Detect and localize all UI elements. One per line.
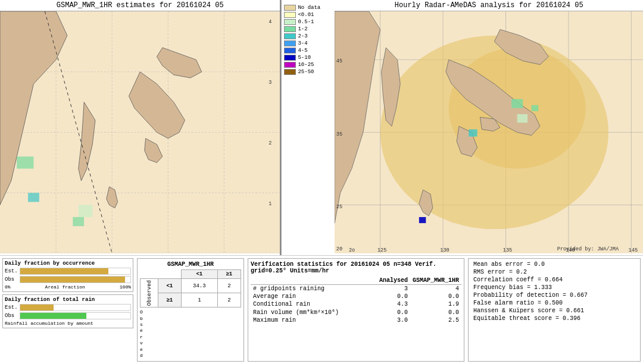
svg-text:2o: 2o <box>349 247 355 253</box>
contingency-box: GSMAP_MWR_1HR <1 ≥1 Observed <1 34.3 2 ≥… <box>137 258 244 362</box>
svg-rect-46 <box>532 105 539 111</box>
col-header-lt1: <1 <box>182 270 218 279</box>
occurrence-chart: Daily fraction by occurrence Est. Obs 0%… <box>2 258 133 292</box>
left-map-canvas: AMSR2 GSMAP_MWR_1HR ANAL <box>0 11 280 253</box>
legend-label-lt001: <0.01 <box>298 12 314 18</box>
est-label-occ: Est. <box>5 268 20 274</box>
rain-chart: Daily fraction of total rain Est. Obs Ra… <box>2 294 133 328</box>
stats-analysed-3: 0.0 <box>377 308 410 316</box>
svg-rect-17 <box>28 193 39 202</box>
svg-rect-44 <box>469 129 477 136</box>
svg-text:3: 3 <box>269 80 271 86</box>
observed-detail-label: O b s e r v e d <box>140 309 241 359</box>
legend-label-1-2: 1-2 <box>298 26 307 32</box>
svg-text:130: 130 <box>441 247 450 253</box>
axis-label-occ: Areal fraction <box>45 284 85 290</box>
occurrence-axis: 0% Areal fraction 100% <box>5 284 131 290</box>
obs-label-rain: Obs <box>5 313 20 319</box>
left-map-svg: 4 3 2 1 <box>0 11 280 253</box>
contingency-title: GSMAP_MWR_1HR <box>140 261 241 268</box>
stats-analysed-2: 4.3 <box>377 300 410 308</box>
right-stat-4: Probability of detection = 0.667 <box>473 292 635 299</box>
stats-label-4: Maximum rain <box>251 316 377 324</box>
right-stats-box: Mean abs error = 0.0RMS error = 0.2Corre… <box>468 258 641 362</box>
cell-12: 2 <box>217 279 241 293</box>
right-stat-6: Hanssen & Kuipers score = 0.661 <box>473 307 635 314</box>
est-bar-rain: Est. <box>5 304 131 311</box>
legend-item-2-3: 2-3 <box>284 33 332 39</box>
svg-text:45: 45 <box>336 58 342 64</box>
svg-text:4: 4 <box>269 19 271 25</box>
right-stat-1: RMS error = 0.2 <box>473 269 635 275</box>
axis-100-occ: 100% <box>120 284 131 290</box>
rain-title: Daily fraction of total rain <box>5 297 131 303</box>
svg-text:1: 1 <box>269 200 271 206</box>
legend-label-2-3: 2-3 <box>298 33 307 39</box>
svg-text:20: 20 <box>336 246 342 252</box>
svg-rect-18 <box>79 205 93 217</box>
legend-item-05-1: 0.5-1 <box>284 19 332 25</box>
legend-item-10-25: 10-25 <box>284 62 332 68</box>
stats-table: Analysed GSMAP_MWR_1HR # gridpoints rain… <box>251 277 461 324</box>
stats-row-1: Average rain0.00.0 <box>251 293 461 300</box>
est-bar-fill-occ <box>20 268 108 274</box>
right-stat-5: False alarm ratio = 0.500 <box>473 300 635 306</box>
observed-label: Observed <box>141 279 158 307</box>
stats-gsmap-4: 2.5 <box>410 316 461 324</box>
legend-label-4-5: 4-5 <box>298 48 307 54</box>
svg-rect-43 <box>512 99 523 108</box>
obs-label-occ: Obs <box>5 277 20 283</box>
svg-rect-47 <box>419 217 426 223</box>
stats-title: Verification statistics for 20161024 05 … <box>251 261 461 274</box>
col-header-gte1: ≥1 <box>217 270 241 279</box>
cell-22: 2 <box>217 293 241 307</box>
col-analysed: Analysed <box>377 277 410 285</box>
main-container: GSMAP_MWR_1HR estimates for 20161024 05 … <box>0 0 643 364</box>
bottom-row: Daily fraction by occurrence Est. Obs 0%… <box>0 256 643 364</box>
right-stat-7: Equitable threat score = 0.396 <box>473 315 635 322</box>
cell-21: 1 <box>182 293 218 307</box>
obs-bar-occurrence: Obs <box>5 276 131 283</box>
est-bar-container-rain <box>20 304 131 311</box>
stats-label-1: Average rain <box>251 293 377 300</box>
est-bar-occurrence: Est. <box>5 268 131 275</box>
svg-text:Provided by: JWA/JMA: Provided by: JWA/JMA <box>557 246 619 252</box>
axis-0-occ: 0% <box>5 284 11 290</box>
right-stat-3: Frequency bias = 1.333 <box>473 284 635 291</box>
stats-row-4: Maximum rain3.02.5 <box>251 316 461 324</box>
stats-gsmap-2: 1.9 <box>410 300 461 308</box>
legend-label-nodata: No data <box>298 5 320 11</box>
legend-item-nodata: No data <box>284 5 332 11</box>
stats-row-0: # gridpoints raining34 <box>251 285 461 293</box>
stats-row-3: Rain volume (mm*km²×10⁶)0.00.0 <box>251 308 461 316</box>
stats-label-2: Conditional rain <box>251 300 377 308</box>
est-bar-fill-rain <box>20 305 54 310</box>
stats-gsmap-1: 0.0 <box>410 293 461 300</box>
maps-row: GSMAP_MWR_1HR estimates for 20161024 05 … <box>0 0 643 256</box>
legend-item-4-5: 4-5 <box>284 48 332 54</box>
svg-text:135: 135 <box>503 247 512 253</box>
stats-row-2: Conditional rain4.31.9 <box>251 300 461 308</box>
svg-text:145: 145 <box>629 247 638 253</box>
stats-label-0: # gridpoints raining <box>251 285 377 293</box>
stats-gsmap-3: 0.0 <box>410 308 461 316</box>
right-stat-0: Mean abs error = 0.0 <box>473 261 635 268</box>
stats-analysed-4: 3.0 <box>377 316 410 324</box>
legend-item-3-4: 3-4 <box>284 40 332 46</box>
legend-label-25-50: 25-50 <box>298 69 314 75</box>
right-map-canvas: 45 35 25 20 125 130 135 140 145 2o Provi… <box>335 11 643 253</box>
stats-analysed-0: 3 <box>377 285 410 293</box>
stats-main-box: Verification statistics for 20161024 05 … <box>248 258 464 362</box>
svg-rect-16 <box>17 156 33 168</box>
legend-item-1-2: 1-2 <box>284 26 332 32</box>
right-stat-2: Correlation coeff = 0.664 <box>473 277 635 283</box>
contingency-table: <1 ≥1 Observed <1 34.3 2 ≥1 1 2 <box>140 269 241 307</box>
est-label-rain: Est. <box>5 305 20 310</box>
stats-gsmap-0: 4 <box>410 285 461 293</box>
right-map-svg: 45 35 25 20 125 130 135 140 145 2o Provi… <box>335 11 643 253</box>
svg-text:2: 2 <box>269 140 271 146</box>
right-stats-container: Mean abs error = 0.0RMS error = 0.2Corre… <box>473 261 635 322</box>
legend-item-5-10: 5-10 <box>284 55 332 61</box>
occurrence-title: Daily fraction by occurrence <box>5 261 131 266</box>
legend-label-05-1: 0.5-1 <box>298 19 314 25</box>
